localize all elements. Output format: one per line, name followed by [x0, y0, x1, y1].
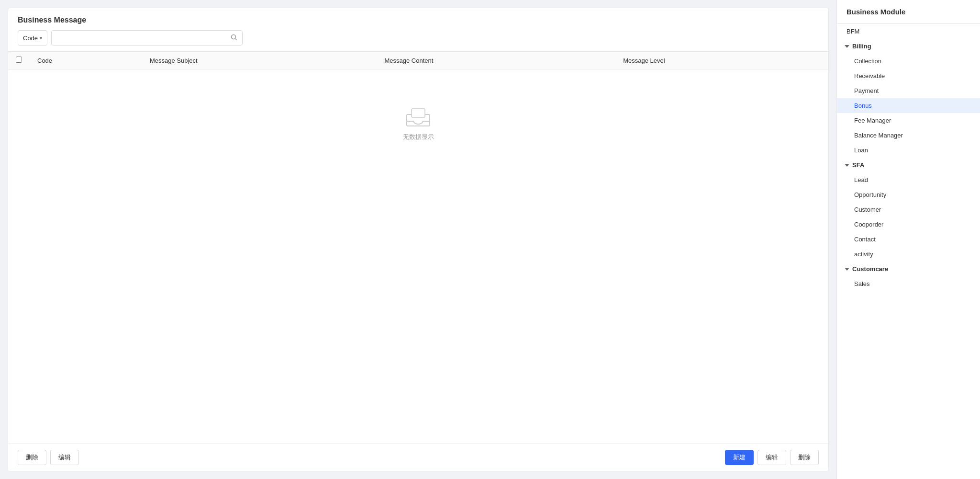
col-message-level: Message Level: [615, 52, 828, 69]
sidebar-group-label-billing: Billing: [852, 43, 871, 50]
footer-left-actions: 删除 编辑: [18, 450, 79, 465]
customcare-expand-icon: [845, 268, 849, 271]
table-header-row: Code Message Subject Message Content Mes…: [8, 52, 828, 69]
code-dropdown[interactable]: Code ▾: [18, 30, 47, 46]
sidebar-item-bfm[interactable]: BFM: [837, 24, 980, 39]
sidebar-item-label-contact: Contact: [854, 236, 876, 243]
select-all-checkbox[interactable]: [16, 57, 22, 63]
search-input[interactable]: [56, 34, 231, 42]
sidebar: Business Module BFMBillingCollectionRece…: [836, 0, 980, 479]
sidebar-header: Business Module: [837, 0, 980, 24]
sidebar-item-customer[interactable]: Customer: [837, 202, 980, 217]
sidebar-item-bonus[interactable]: Bonus: [837, 98, 980, 113]
sidebar-item-collection[interactable]: Collection: [837, 54, 980, 68]
sidebar-item-loan[interactable]: Loan: [837, 143, 980, 158]
table-container: Code Message Subject Message Content Mes…: [8, 52, 828, 444]
edit-button-left[interactable]: 编辑: [50, 450, 79, 465]
sidebar-item-fee-manager[interactable]: Fee Manager: [837, 113, 980, 128]
page-title: Business Message: [18, 16, 819, 24]
edit-button-right[interactable]: 编辑: [757, 450, 786, 465]
col-code: Code: [30, 52, 142, 69]
sidebar-item-receivable[interactable]: Receivable: [837, 68, 980, 83]
new-button[interactable]: 新建: [725, 450, 754, 465]
sidebar-group-label-customcare: Customcare: [852, 265, 888, 273]
sidebar-item-label-bonus: Bonus: [854, 102, 872, 109]
sidebar-item-label-receivable: Receivable: [854, 72, 885, 80]
data-table: Code Message Subject Message Content Mes…: [8, 52, 828, 69]
col-message-subject: Message Subject: [142, 52, 377, 69]
sidebar-group-sfa[interactable]: SFA: [837, 158, 980, 172]
sidebar-group-customcare[interactable]: Customcare: [837, 262, 980, 276]
sidebar-item-cooporder[interactable]: Cooporder: [837, 217, 980, 232]
sfa-expand-icon: [845, 164, 849, 167]
empty-text: 无数据显示: [403, 133, 434, 141]
svg-rect-3: [412, 109, 425, 117]
footer-bar: 删除 编辑 新建 编辑 删除: [8, 444, 828, 471]
toolbar: Code ▾: [18, 30, 819, 46]
search-icon: [231, 34, 237, 42]
sidebar-item-label-bfm: BFM: [846, 28, 859, 35]
sidebar-item-label-sales: Sales: [854, 280, 870, 287]
sidebar-item-label-loan: Loan: [854, 147, 868, 154]
search-box: [51, 30, 243, 46]
delete-button-left[interactable]: 删除: [18, 450, 46, 465]
chevron-down-icon: ▾: [40, 35, 42, 41]
sidebar-item-label-balance-manager: Balance Manager: [854, 132, 903, 139]
billing-expand-icon: [845, 45, 849, 48]
empty-inbox-icon: [406, 108, 431, 127]
sidebar-item-label-customer: Customer: [854, 206, 881, 213]
svg-line-1: [235, 38, 237, 40]
sidebar-item-opportunity[interactable]: Opportunity: [837, 187, 980, 202]
sidebar-item-contact[interactable]: Contact: [837, 232, 980, 247]
footer-right-actions: 新建 编辑 删除: [725, 450, 819, 465]
select-all-col: [8, 52, 30, 69]
sidebar-body: BFMBillingCollectionReceivablePaymentBon…: [837, 24, 980, 479]
sidebar-item-balance-manager[interactable]: Balance Manager: [837, 128, 980, 143]
col-message-content: Message Content: [377, 52, 615, 69]
sidebar-item-lead[interactable]: Lead: [837, 172, 980, 187]
sidebar-item-label-cooporder: Cooporder: [854, 221, 883, 228]
sidebar-item-label-collection: Collection: [854, 57, 881, 65]
delete-button-right[interactable]: 删除: [790, 450, 819, 465]
sidebar-group-billing[interactable]: Billing: [837, 39, 980, 54]
code-dropdown-label: Code: [23, 34, 38, 42]
sidebar-item-label-opportunity: Opportunity: [854, 191, 886, 198]
empty-state: 无数据显示: [8, 69, 828, 180]
sidebar-item-label-fee-manager: Fee Manager: [854, 117, 891, 124]
sidebar-item-sales[interactable]: Sales: [837, 276, 980, 291]
sidebar-item-payment[interactable]: Payment: [837, 83, 980, 98]
sidebar-item-label-payment: Payment: [854, 87, 879, 94]
sidebar-item-label-activity: activity: [854, 251, 873, 258]
sidebar-group-label-sfa: SFA: [852, 161, 864, 169]
sidebar-item-activity[interactable]: activity: [837, 247, 980, 262]
sidebar-item-label-lead: Lead: [854, 176, 868, 183]
